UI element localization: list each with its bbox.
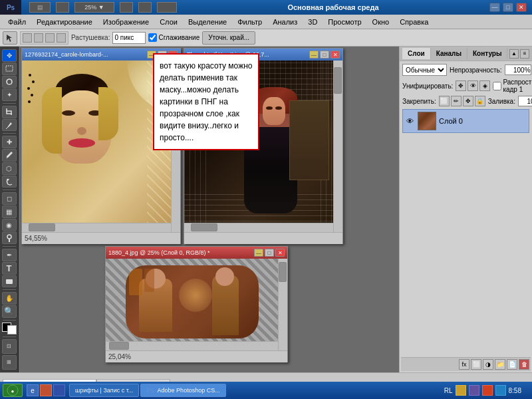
doc2-scroll-h[interactable] [184, 223, 333, 232]
nav-btn2[interactable] [138, 2, 152, 13]
layer-group-btn[interactable]: 📁 [495, 359, 505, 370]
doc-min-2[interactable]: — [309, 51, 319, 59]
unify-pos-btn[interactable]: ✥ [456, 80, 466, 91]
menu-3d[interactable]: 3D [303, 17, 323, 27]
delete-layer-btn[interactable]: 🗑 [519, 359, 529, 370]
layer-mask-btn[interactable]: ⬜ [471, 359, 481, 370]
unify-vis-btn[interactable]: 👁 [467, 80, 478, 91]
tab-layers[interactable]: Слои [402, 48, 431, 59]
doc1-scroll-h[interactable] [22, 223, 171, 232]
svg-point-4 [7, 235, 11, 239]
distribute-label[interactable]: Распространить кадр 1 [493, 78, 532, 93]
layer-visibility-btn[interactable]: 👁 [404, 116, 415, 126]
hand-tool[interactable]: ✋ [2, 292, 17, 305]
doc-min-3[interactable]: — [254, 249, 263, 257]
taskbar-ps-label: Adobe Photoshop CS... [158, 387, 220, 394]
blur-tool[interactable]: ◉ [2, 219, 17, 231]
dodge-tool[interactable] [2, 231, 17, 244]
tray-icon-1[interactable] [456, 385, 466, 396]
foreground-bg-color[interactable] [2, 323, 17, 334]
brush-tool[interactable] [2, 149, 17, 162]
doc3-scroll-h[interactable] [106, 341, 278, 350]
tab-channels[interactable]: Каналы [431, 48, 467, 59]
history-brush-tool[interactable] [2, 176, 17, 188]
menu-help[interactable]: Справка [394, 17, 434, 27]
lasso-tool[interactable] [2, 76, 17, 88]
menu-image[interactable]: Изображение [98, 17, 154, 27]
marquee-rect-tool[interactable] [2, 63, 17, 75]
doc3-scroll-v[interactable] [278, 259, 287, 350]
tray-icon-2[interactable] [469, 385, 479, 396]
pen-tool[interactable]: ✒ [2, 249, 17, 261]
app-icon-3[interactable] [53, 384, 65, 396]
fill-input[interactable] [518, 96, 532, 106]
menu-view[interactable]: Просмотр [323, 17, 366, 27]
doc3-zoom: 25,04% [108, 353, 131, 360]
opacity-input[interactable] [505, 65, 531, 75]
start-button[interactable]: ● [3, 384, 23, 397]
new-layer-btn[interactable]: 📄 [507, 359, 517, 370]
lasso-btn4[interactable] [57, 33, 66, 43]
refine-edge-btn[interactable]: Уточн. край... [202, 31, 255, 45]
zoom-control[interactable]: 25% ▼ [74, 2, 114, 13]
menu-filter[interactable]: Фильтр [232, 17, 267, 27]
zoom-tool[interactable]: 🔍 [2, 305, 17, 318]
stamp-tool[interactable]: ⬡ [2, 162, 17, 175]
shape-tool[interactable] [2, 275, 17, 288]
unify-label: Унифицировать: [402, 82, 453, 90]
lock-position-btn[interactable]: ✥ [463, 96, 473, 106]
tool-select-btn[interactable] [3, 31, 17, 45]
menu-select[interactable]: Выделение [183, 17, 232, 27]
menu-edit[interactable]: Редактирование [31, 17, 98, 27]
menu-file[interactable]: Файл [3, 17, 31, 27]
gradient-tool[interactable]: ▦ [2, 205, 17, 218]
lasso-btn1[interactable] [23, 33, 32, 43]
app-icon-2[interactable] [40, 384, 52, 396]
quick-mask-mode[interactable]: ⊞ [2, 355, 17, 370]
nav-btn1[interactable] [120, 2, 133, 13]
healing-tool[interactable]: ✚ [2, 136, 17, 148]
move-tool[interactable]: ✥ [2, 49, 17, 62]
minimize-btn[interactable]: — [489, 3, 500, 12]
taskbar-photoshop[interactable]: Ps Adobe Photoshop CS... [140, 384, 225, 397]
ie-icon[interactable]: e [27, 384, 39, 396]
layer-item-0[interactable]: 👁 Слой 0 [402, 109, 529, 133]
layer-effects-btn[interactable]: fx [459, 359, 469, 370]
doc-titlebar-3[interactable]: 1880_4.jpg @ 25% (Слой 0, RGB/8) * — □ ✕ [106, 247, 287, 259]
feather-input[interactable] [112, 32, 146, 44]
menu-layers[interactable]: Слои [154, 17, 183, 27]
lock-transparency-btn[interactable]: ⬜ [439, 96, 450, 106]
network-icon[interactable] [495, 385, 506, 396]
doc-close-3[interactable]: ✕ [275, 249, 285, 257]
crop-tool[interactable] [2, 106, 17, 118]
lasso-btn2[interactable] [34, 33, 43, 43]
unify-style-btn[interactable]: ◈ [479, 80, 490, 91]
standard-mode[interactable]: ⊡ [2, 339, 17, 354]
lock-all-btn[interactable]: 🔒 [475, 96, 485, 106]
eraser-tool[interactable]: ◻ [2, 192, 17, 205]
doc2-scroll-v[interactable] [333, 61, 342, 232]
panel-collapse-btn[interactable]: ▲ [509, 49, 519, 59]
magic-wand-tool[interactable]: ✦ [2, 88, 17, 101]
eyedropper-tool[interactable] [2, 119, 17, 132]
panel-menu-btn[interactable]: ≡ [520, 49, 529, 59]
menu-window[interactable]: Окно [367, 17, 395, 27]
quick-launch: e [27, 384, 65, 396]
antivirus-icon[interactable] [482, 385, 493, 396]
smooth-checkbox[interactable]: Сглаживание [148, 33, 200, 42]
layer-adjustment-btn[interactable]: ◑ [483, 359, 493, 370]
lasso-btn3[interactable] [45, 33, 55, 43]
lock-pixels-btn[interactable]: ✏ [451, 96, 462, 106]
doc-max-3[interactable]: □ [265, 249, 274, 257]
ps-menu-icon[interactable]: ▤ [29, 2, 51, 13]
menu-analysis[interactable]: Анализ [267, 17, 303, 27]
nav-btn3[interactable] [157, 2, 177, 13]
tab-paths[interactable]: Контуры [467, 48, 507, 59]
blend-mode-select[interactable]: Обычные [402, 64, 447, 76]
taskbar-fonts[interactable]: шрифты | Запис с т... [69, 384, 139, 397]
doc-max-2[interactable]: □ [320, 51, 329, 59]
doc-close-2[interactable]: ✕ [331, 51, 340, 59]
maximize-btn[interactable]: □ [503, 3, 513, 12]
text-tool[interactable]: T [2, 262, 17, 275]
close-btn[interactable]: ✕ [516, 3, 527, 12]
